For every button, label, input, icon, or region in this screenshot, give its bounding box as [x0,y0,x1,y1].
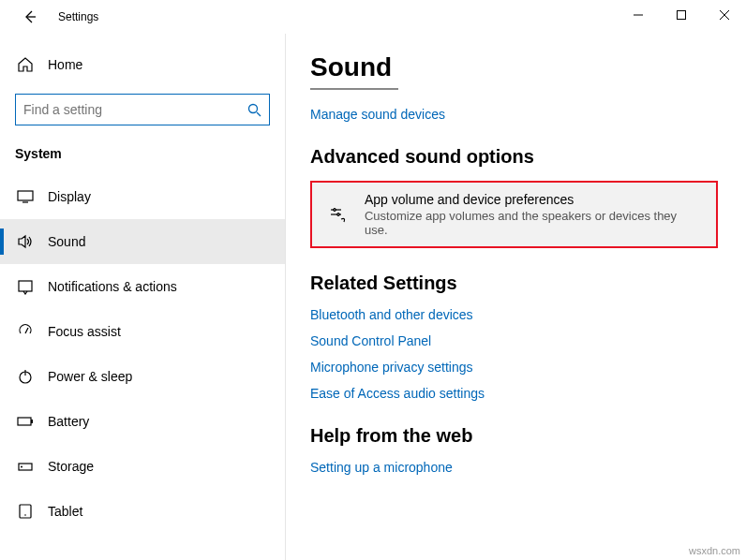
maximize-icon [677,10,686,20]
focus-icon [15,323,36,340]
notifications-icon [15,278,36,295]
link-sound-control-panel[interactable]: Sound Control Panel [310,333,746,348]
svg-point-8 [21,466,22,468]
search-icon [247,103,261,117]
main-content: Sound Manage sound devices Advanced soun… [286,34,746,560]
arrow-left-icon [22,9,37,24]
search-input-wrap[interactable] [15,94,270,125]
svg-rect-9 [20,505,31,518]
minimize-icon [634,10,643,20]
search-input[interactable] [23,102,247,117]
card-title: App volume and device preferences [365,192,703,207]
help-heading: Help from the web [310,425,746,447]
page-title: Sound [310,52,746,82]
home-nav[interactable]: Home [15,47,285,82]
card-subtitle: Customize app volumes and the speakers o… [365,209,703,237]
title-underline [310,88,398,90]
back-button[interactable] [15,2,45,32]
power-icon [15,368,36,385]
sidebar-item-storage[interactable]: Storage [0,444,285,489]
svg-point-10 [24,514,26,516]
battery-icon [15,413,36,430]
sound-icon [15,233,36,250]
svg-rect-6 [31,420,33,423]
svg-rect-3 [19,281,32,291]
sidebar-item-notifications[interactable]: Notifications & actions [0,264,285,309]
window-title: Settings [58,10,98,23]
sidebar-item-label: Sound [48,234,85,249]
sidebar-item-label: Notifications & actions [48,279,177,294]
sidebar-item-label: Tablet [48,504,82,519]
related-settings-heading: Related Settings [310,273,746,294]
sidebar-item-tablet[interactable]: Tablet [0,489,285,534]
home-icon [15,56,36,73]
sliders-icon [325,204,351,225]
link-bluetooth[interactable]: Bluetooth and other devices [310,307,746,322]
advanced-options-heading: Advanced sound options [310,146,746,168]
sidebar-item-label: Focus assist [48,324,121,339]
display-icon [15,188,36,205]
watermark: wsxdn.com [689,545,740,556]
svg-point-1 [249,104,258,112]
app-volume-card[interactable]: App volume and device preferences Custom… [310,181,718,248]
close-button[interactable] [703,0,746,30]
svg-rect-2 [18,191,33,200]
tablet-icon [15,503,36,520]
sidebar: Home System Display Sound Notifications … [0,34,286,560]
storage-icon [15,458,36,475]
sidebar-item-sound[interactable]: Sound [0,219,285,264]
sidebar-item-label: Display [48,189,91,204]
sidebar-item-power-sleep[interactable]: Power & sleep [0,354,285,399]
svg-rect-5 [18,418,31,425]
sidebar-item-label: Battery [48,414,89,429]
svg-rect-0 [678,11,686,20]
manage-sound-devices-link[interactable]: Manage sound devices [310,107,746,122]
link-microphone-privacy[interactable]: Microphone privacy settings [310,360,746,375]
sidebar-item-focus-assist[interactable]: Focus assist [0,309,285,354]
link-setting-up-microphone[interactable]: Setting up a microphone [310,460,746,475]
sidebar-item-label: Power & sleep [48,369,132,384]
link-ease-of-access-audio[interactable]: Ease of Access audio settings [310,386,746,401]
sidebar-category: System [15,146,285,161]
sidebar-item-label: Storage [48,459,94,474]
close-icon [720,10,729,20]
maximize-button[interactable] [660,0,703,30]
home-label: Home [48,57,82,72]
sidebar-item-battery[interactable]: Battery [0,399,285,444]
sidebar-item-display[interactable]: Display [0,174,285,219]
minimize-button[interactable] [617,0,660,30]
